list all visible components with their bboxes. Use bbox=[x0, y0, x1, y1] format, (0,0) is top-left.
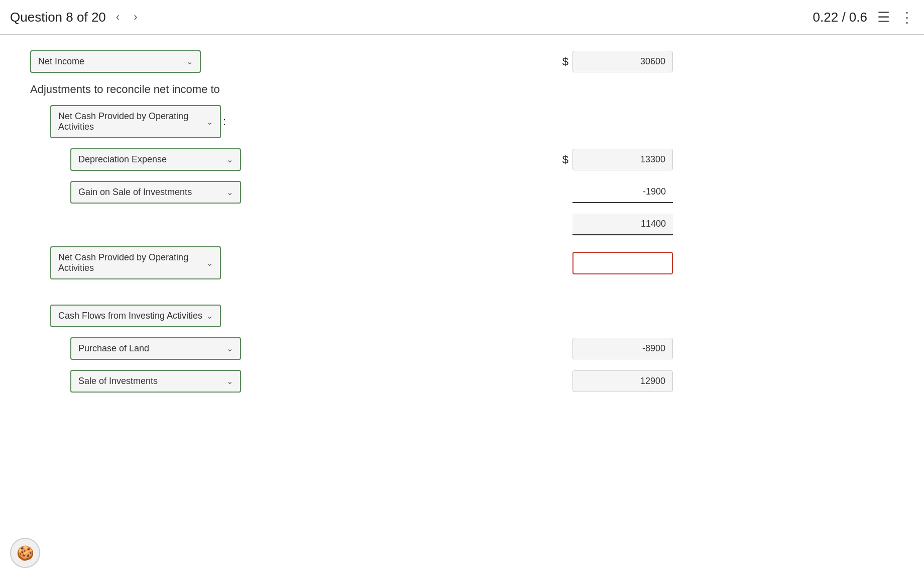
cash-flows-inv-dropdown[interactable]: Cash Flows from Investing Activities ⌄ bbox=[50, 305, 221, 327]
more-icon[interactable]: ⋮ bbox=[900, 9, 914, 26]
sale-inv-dropdown[interactable]: Sale of Investments ⌄ bbox=[70, 370, 241, 393]
net-cash-op-row: Net Cash Provided by Operating Activitie… bbox=[30, 105, 673, 138]
prev-button[interactable]: ‹ bbox=[112, 9, 124, 26]
header-left: Question 8 of 20 ‹ › bbox=[10, 9, 141, 26]
depreciation-chevron: ⌄ bbox=[226, 155, 233, 164]
purchase-land-label: Purchase of Land bbox=[78, 343, 149, 354]
net-cash-op2-row: Net Cash Provided by Operating Activitie… bbox=[30, 246, 673, 279]
net-income-chevron: ⌄ bbox=[186, 57, 193, 66]
sale-inv-chevron: ⌄ bbox=[226, 376, 233, 386]
gain-chevron: ⌄ bbox=[226, 187, 233, 197]
net-income-input[interactable] bbox=[572, 51, 673, 72]
depreciation-dropdown[interactable]: Depreciation Expense ⌄ bbox=[70, 148, 241, 171]
gain-label: Gain on Sale of Investments bbox=[78, 187, 192, 198]
depreciation-input[interactable] bbox=[572, 149, 673, 170]
cash-flows-inv-chevron: ⌄ bbox=[206, 311, 213, 321]
sale-inv-input[interactable] bbox=[572, 370, 673, 392]
net-income-label: Net Income bbox=[38, 56, 84, 67]
header-right: 0.22 / 0.6 ☰ ⋮ bbox=[813, 9, 914, 26]
sale-inv-label: Sale of Investments bbox=[78, 376, 158, 387]
net-cash-op-dropdown[interactable]: Net Cash Provided by Operating Activitie… bbox=[50, 105, 221, 138]
depreciation-label: Depreciation Expense bbox=[78, 154, 167, 165]
next-button[interactable]: › bbox=[130, 9, 141, 26]
question-counter: Question 8 of 20 bbox=[10, 10, 106, 25]
depreciation-row: Depreciation Expense ⌄ $ bbox=[30, 148, 673, 171]
depreciation-dollar: $ bbox=[562, 153, 568, 166]
cash-flows-inv-label: Cash Flows from Investing Activities bbox=[58, 311, 202, 321]
sale-inv-row: Sale of Investments ⌄ bbox=[30, 370, 673, 393]
net-cash-op2-dropdown[interactable]: Net Cash Provided by Operating Activitie… bbox=[50, 246, 221, 279]
gain-input[interactable] bbox=[572, 181, 673, 203]
net-cash-op2-input[interactable] bbox=[572, 252, 673, 274]
net-income-dollar: $ bbox=[562, 55, 568, 68]
subtotal-row bbox=[30, 214, 673, 236]
net-cash-op2-label: Net Cash Provided by Operating Activitie… bbox=[58, 252, 206, 273]
net-cash-op-label: Net Cash Provided by Operating Activitie… bbox=[58, 111, 206, 132]
purchase-land-row: Purchase of Land ⌄ bbox=[30, 337, 673, 360]
menu-icon[interactable]: ☰ bbox=[877, 9, 890, 26]
purchase-land-chevron: ⌄ bbox=[226, 344, 233, 353]
net-cash-op2-chevron: ⌄ bbox=[206, 258, 213, 268]
score-display: 0.22 / 0.6 bbox=[813, 10, 867, 25]
adjustments-section: Adjustments to reconcile net income to bbox=[30, 83, 673, 96]
purchase-land-dropdown[interactable]: Purchase of Land ⌄ bbox=[70, 337, 241, 360]
net-cash-op-chevron: ⌄ bbox=[206, 117, 213, 127]
header: Question 8 of 20 ‹ › 0.22 / 0.6 ☰ ⋮ bbox=[0, 0, 924, 35]
subtotal-input[interactable] bbox=[572, 214, 673, 236]
adjustments-label: Adjustments to reconcile net income to bbox=[30, 83, 220, 95]
gain-row: Gain on Sale of Investments ⌄ bbox=[30, 181, 673, 204]
gain-dropdown[interactable]: Gain on Sale of Investments ⌄ bbox=[70, 181, 241, 204]
net-income-row: Net Income ⌄ $ bbox=[30, 50, 673, 73]
purchase-land-input[interactable] bbox=[572, 338, 673, 359]
colon: : bbox=[223, 115, 226, 128]
net-income-dropdown[interactable]: Net Income ⌄ bbox=[30, 50, 201, 73]
cash-flows-inv-row: Cash Flows from Investing Activities ⌄ bbox=[30, 305, 673, 327]
main-content: Net Income ⌄ $ Adjustments to reconcile … bbox=[0, 35, 703, 418]
